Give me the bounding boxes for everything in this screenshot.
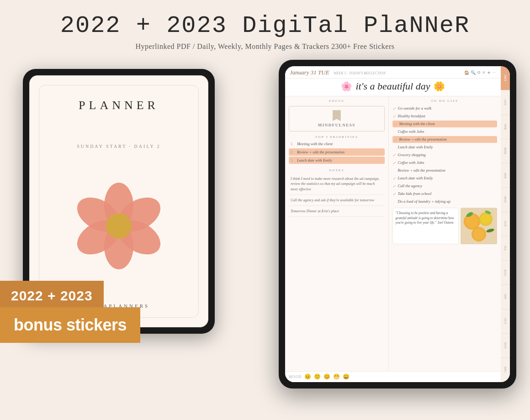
quote-box: "Choosing to be positive and having a gr… [392,208,459,244]
right-tablet: January 31 TUE WEEK 5 · TODAY'S REFLECTI… [279,60,516,388]
star-icon[interactable]: ★ [487,70,491,75]
todo-item: ✓Lunch date with Emily [392,144,497,151]
tab-aug[interactable]: AUG [501,261,510,285]
quote-image-section: "Choosing to be positive and having a gr… [392,208,497,244]
focus-box: MINDFULNESS [289,106,385,131]
todo-item: ✓Lunch date with Emily [392,175,497,182]
notes-section: NOTES I think I need to make more resear… [289,168,385,368]
mood-label: MOOD [289,375,302,379]
focus-label: FOCUS [289,99,385,103]
todo-item: ✓Coffee with John [392,159,497,166]
planner-main-content: January 31 TUE WEEK 5 · TODAY'S REFLECTI… [285,66,501,382]
todo-item: ✓Call the agency [392,183,497,189]
tab-nov[interactable]: NOV [501,334,510,358]
tablets-area: PLANNER SUNDAY START · DAILY 2 KAYAPLANN… [0,60,530,388]
year-badge: 2022 + 2023 [0,281,104,311]
month-tabs: 2023 JAN FEB MAR APR MAY JUN JUL AUG SEP… [501,66,510,382]
planner-date: January 31 TUE WEEK 5 · TODAY'S REFLECTI… [290,69,386,76]
tab-mar[interactable]: MAR [501,139,510,163]
todo-item: ✓Grocery shopping [392,152,497,158]
todo-item: ✓Go outside for a walk [392,105,497,112]
tab-2023[interactable]: 2023 [501,66,510,90]
close-icon[interactable]: ✕ [482,70,486,75]
priorities-label: TOP 3 PRIORITIES [289,135,385,139]
page-header: 2022 + 2023 DigiTal PlaNNeR Hyperlinked … [0,0,530,55]
todo-item: ✓Healthy breakfast [392,113,497,120]
mood-emoji-3[interactable]: 😊 [323,373,330,380]
priority-item-3: 3. Lunch date with Emily [289,157,385,164]
todo-item: ✓Meeting with the client [392,121,497,127]
note-item-2: Call the agency and ask if they're avail… [289,195,385,206]
priority-item-1: 1. Meeting with the client [289,140,385,147]
mood-emoji-2[interactable]: 🙂 [314,373,321,380]
dots-icon[interactable]: ⋯ [492,70,496,75]
citrus-image [461,208,497,244]
todo-item: ✓Take kids from school [392,190,497,197]
todo-label: TO DO LIST [392,99,497,103]
mood-emoji-5[interactable]: 😄 [343,373,350,380]
tab-dec[interactable]: DEC [501,358,510,382]
svg-point-6 [106,213,132,239]
mood-emoji-1[interactable]: 😐 [304,373,311,380]
tab-sep[interactable]: SEP [501,285,510,309]
search-icon[interactable]: 🔍 [471,70,476,75]
tab-jul[interactable]: JUL [501,236,510,261]
mood-emoji-4[interactable]: 😁 [333,373,340,380]
flower-decoration [73,180,164,272]
tab-oct[interactable]: OCT [501,310,510,334]
notes-label: NOTES [289,168,385,172]
mood-row: MOOD 😐 🙂 😊 😁 😄 [285,371,501,382]
priorities-section: TOP 3 PRIORITIES 1. Meeting with the cli… [289,135,385,165]
toolbar-icons: 🏠 🔍 ⚙ ✕ ★ ⋯ [464,70,496,75]
todo-item: ✓Coffee with John [392,128,497,135]
svg-point-11 [481,214,491,224]
subtitle: Hyperlinked PDF / Daily, Weekly, Monthly… [9,42,521,51]
planner-subtitle: SUNDAY START · DAILY 2 [77,144,161,149]
tab-may[interactable]: MAY [501,188,510,212]
note-item-3: Tomorrow Dinner at Erin's place [289,206,385,217]
home-icon[interactable]: 🏠 [464,70,469,75]
planner-title: PLANNER [79,99,159,112]
focus-value: MINDFULNESS [293,123,381,127]
todo-item: ✓Review + edit the presentation [392,136,497,143]
svg-point-13 [473,229,484,240]
note-item-1: I think I need to make more research abo… [289,173,385,195]
tagline: it's a beautiful day [356,80,430,92]
planner-topbar: January 31 TUE WEEK 5 · TODAY'S REFLECTI… [285,66,501,79]
stickers-badge: bonus stickers [0,307,140,343]
focus-bookmark-icon [333,110,341,121]
main-title: 2022 + 2023 DigiTal PlaNNeR [9,13,521,39]
planner-body: FOCUS MINDFULNESS TOP 3 PRIORITIES 1. Me… [285,96,501,371]
priority-item-2: 2. Review + edit the presentation [289,148,385,156]
flower-right-icon: 🌼 [434,81,445,92]
tab-apr[interactable]: APR [501,163,510,188]
beautiful-day-header: 🌸 it's a beautiful day 🌼 [285,79,501,96]
flower-left-icon: 🌸 [341,81,352,92]
todo-item: ✓Do a load of laundry + tidying up [392,198,497,205]
tab-jan[interactable]: JAN [501,90,510,115]
tab-jun[interactable]: JUN [501,212,510,236]
todo-item: ✓Review + edit the presentation [392,167,497,174]
right-tablet-screen: January 31 TUE WEEK 5 · TODAY'S REFLECTI… [285,66,510,382]
left-column: FOCUS MINDFULNESS TOP 3 PRIORITIES 1. Me… [285,96,389,371]
tab-feb[interactable]: FEB [501,115,510,139]
settings-icon[interactable]: ⚙ [477,70,481,75]
right-column: TO DO LIST ✓Go outside for a walk ✓Healt… [389,96,501,371]
